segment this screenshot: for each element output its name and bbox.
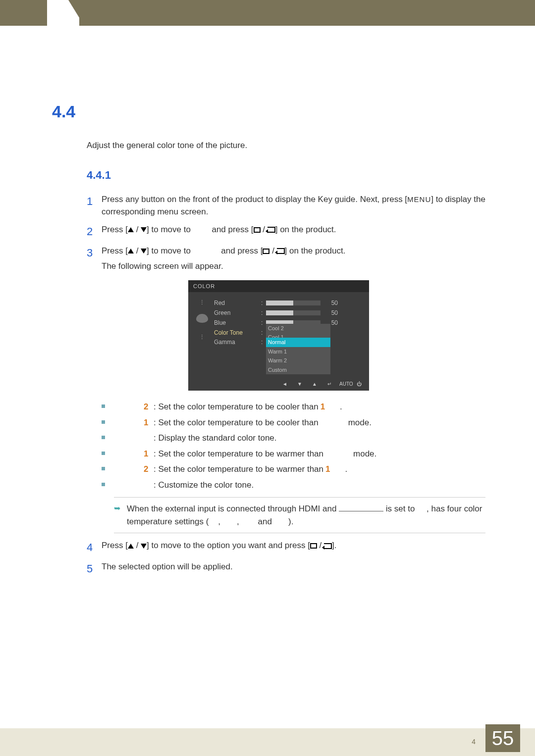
palette-icon: [196, 314, 208, 323]
osd-nav-icon: ◄: [280, 380, 290, 388]
osd-nav-auto: AUTO: [339, 380, 349, 388]
note-text: When the external input is connected thr…: [127, 503, 485, 528]
bullet-num: 2: [144, 463, 154, 476]
osd-label: Green: [214, 308, 261, 317]
source-icon: [263, 249, 269, 254]
text: Press [: [102, 246, 128, 255]
enter-icon: [277, 248, 285, 254]
blank-field: [339, 503, 383, 511]
osd-row-green: Green : 50: [214, 308, 363, 318]
osd-nav-icon: ↵: [324, 380, 334, 388]
step-number: 2: [87, 223, 102, 240]
step-body: Press [ / ] to move to and press [ / ] o…: [102, 223, 505, 240]
osd-slider: [266, 310, 321, 315]
osd-row-colortone: Color Tone : Cool 2 Cool 1: [214, 328, 363, 338]
bullet-icon: [102, 420, 105, 424]
note-icon: ➥: [114, 503, 127, 528]
text: Press [: [102, 541, 128, 550]
osd-row-red: Red : 50: [214, 298, 363, 308]
bullet-warm2: 2 : Set the color temperature to be warm…: [102, 463, 505, 476]
step-body: The selected option will be applied.: [102, 560, 505, 577]
osd-label: Red: [214, 299, 261, 307]
page-content: 4.4 Adjust the general color tone of the…: [52, 45, 505, 582]
osd-value: 50: [325, 308, 338, 317]
enter-icon: [268, 227, 275, 233]
section-intro: Adjust the general color tone of the pic…: [87, 139, 505, 152]
step-number: 4: [87, 539, 102, 555]
osd-label: Color Tone: [214, 328, 261, 337]
bullet-num: 1: [144, 448, 154, 460]
bullet-text: : Set the color temperature to be cooler…: [154, 401, 319, 413]
text: ,: [237, 517, 239, 526]
up-arrow-icon: [128, 227, 134, 232]
osd-label: Blue: [214, 318, 261, 327]
source-icon: [310, 543, 317, 549]
text: ).: [288, 517, 293, 526]
text: ] on the product.: [285, 246, 346, 255]
page-number: 55: [485, 724, 520, 752]
menu-key-label: MENU: [407, 195, 431, 203]
osd-option: Warm 2: [266, 356, 330, 365]
text: and press [: [221, 246, 263, 255]
step-body: Press any button on the front of the pro…: [102, 193, 505, 218]
osd-menu: COLOR ︙ ︙ Red : 50 Green : 50: [188, 280, 369, 391]
text: Press any button on the front of the pro…: [102, 195, 407, 204]
bullet-num: 2: [144, 401, 154, 413]
note-box: ➥ When the external input is connected t…: [114, 497, 485, 533]
bullet-cool1: 1 : Set the color temperature to be cool…: [102, 416, 505, 429]
bullet-custom: : Customize the color tone.: [102, 479, 505, 492]
text: ] to move to the option you want and pre…: [147, 541, 310, 550]
bullet-num: 1: [144, 416, 154, 429]
osd-nav-icon: ▲: [310, 380, 320, 388]
osd-option-selected: Normal: [266, 338, 330, 347]
bullet-icon: [102, 436, 105, 439]
osd-slider: [266, 301, 321, 305]
osd-icon-column: ︙ ︙: [192, 298, 212, 374]
down-arrow-icon: [141, 249, 147, 253]
subsection-number: 4.4.1: [87, 167, 505, 183]
step-1: 1 Press any button on the front of the p…: [87, 193, 505, 218]
section-number: 4.4: [52, 99, 505, 124]
osd-row-gamma: Gamma : Normal Warm 1 Warm 2 Custom: [214, 338, 363, 374]
down-arrow-icon: [141, 544, 147, 549]
step-number: 5: [87, 560, 102, 577]
osd-label: Gamma: [214, 338, 261, 347]
osd-title: COLOR: [188, 280, 369, 293]
osd-body: ︙ ︙ Red : 50 Green : 50 Blue: [188, 292, 369, 377]
bullet-warm1: 1 : Set the color temperature to be warm…: [102, 448, 505, 460]
bullet-text: : Display the standard color tone.: [154, 432, 277, 445]
step-body: Press [ / ] to move to and press [ / ] o…: [102, 245, 505, 273]
bullet-cool2: 2 : Set the color temperature to be cool…: [102, 401, 505, 413]
osd-nav-icon: ▼: [295, 380, 305, 388]
bullet-text: : Set the color temperature to be cooler…: [154, 416, 319, 429]
step-number: 3: [87, 245, 102, 273]
up-arrow-icon: [128, 249, 134, 253]
step-number: 1: [87, 193, 102, 218]
step-3: 3 Press [ / ] to move to and press [ / ]…: [87, 245, 505, 273]
text: When the external input is connected thr…: [127, 504, 339, 513]
text: ] on the product.: [275, 225, 336, 234]
header-tab-cut: [68, 0, 84, 26]
bullet-text: : Set the color temperature to be warmer…: [154, 463, 323, 476]
footer-band: [0, 728, 535, 756]
osd-rows: Red : 50 Green : 50 Blue : 50: [212, 298, 363, 374]
bullet-end: .: [345, 463, 347, 476]
bullet-icon: [102, 452, 105, 455]
osd-option: Cool 2: [266, 324, 330, 333]
osd-value: 50: [325, 299, 338, 307]
bullet-end: .: [340, 401, 342, 413]
bullet-end: mode.: [353, 448, 376, 460]
bullet-normal: : Display the standard color tone.: [102, 432, 505, 445]
osd-nav-power-icon: ⏻: [354, 380, 364, 388]
step-body: Press [ / ] to move to the option you wa…: [102, 539, 505, 555]
bullet-text: : Customize the color tone.: [154, 479, 254, 492]
text: and press [: [212, 225, 253, 234]
up-arrow-icon: [128, 544, 134, 549]
osd-option: Warm 1: [266, 347, 330, 356]
text: ] to move to: [147, 246, 193, 255]
source-icon: [254, 227, 261, 233]
text: The following screen will appear.: [102, 260, 505, 273]
text: ].: [332, 541, 336, 550]
osd-footer: ◄ ▼ ▲ ↵ AUTO ⏻: [188, 377, 369, 391]
footer-chapter: 4: [472, 737, 476, 747]
